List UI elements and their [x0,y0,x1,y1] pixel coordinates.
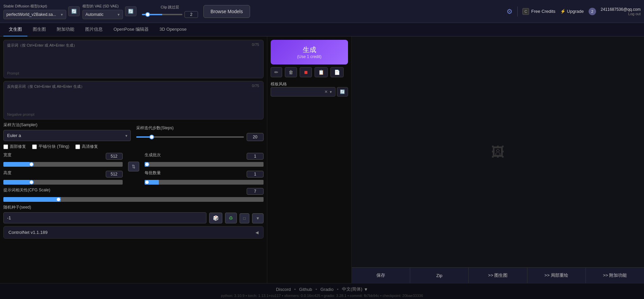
language-label: 中文(简体) [342,286,363,292]
top-right: ⚙ C Free Credits ⚡ Upgrade 2 2411687536@… [506,6,641,17]
top-bar: Stable Diffusion 模型(ckpt) perfectWorld_v… [0,0,644,23]
image-action-bar: 保存 Zip >> 图生图 >> 局部重绘 >> 附加功能 [352,267,644,283]
template-dropdown-icon[interactable]: ▼ [329,90,332,94]
edit-style-button[interactable]: ✏ [271,67,282,77]
width-value: 512 [106,153,123,160]
seed-group: 随机种子(seed) 🎲 ♻ □ ▼ [3,205,264,223]
cfg-slider[interactable] [3,197,264,202]
negative-prompt-sublabel: Negative prompt [7,112,260,116]
notification-badge[interactable]: 2 [589,8,596,15]
free-credits-button[interactable]: C Free Credits [522,8,555,15]
credit-icon: C [522,8,529,15]
footer-info: python: 3.10.9 • torch: 1.13.1+cu117 • x… [0,294,644,298]
copy-button[interactable]: 📋 [315,67,328,77]
steps-row: 20 [136,133,264,141]
seed-input-wrap [3,212,206,223]
tab-pnginfo[interactable]: 图片信息 [80,23,108,36]
steps-slider[interactable] [136,136,244,138]
inpaint-button[interactable]: >> 局部重绘 [527,268,586,283]
zip-button[interactable]: Zip [410,268,469,283]
template-select-wrap: ✕ ▼ 🔄 [271,87,348,97]
swap-dimensions-button[interactable]: ⇅ [128,162,139,171]
sampler-steps-row: 采样方法(Sampler) Euler a Euler LMS DDIM ▼ 采… [3,122,264,141]
right-panel: 生成 (Use 1 credit) ✏ 🗑 ⏹ 📋 📄 模板风格 ✕ ▼ 🔄 [267,36,351,283]
tab-3d-openpose[interactable]: 3D Openpose [154,23,192,36]
steps-value: 20 [247,133,264,141]
left-panel: 0/75 提示词（按 Ctrl+Enter 或 Alt+Enter 生成） Pr… [0,36,267,283]
sampler-label: 采样方法(Sampler) [3,122,131,128]
positive-prompt-counter: 0/75 [251,42,261,47]
discord-link[interactable]: Discord [276,287,291,292]
user-email: 2411687536@qq.com [601,7,641,12]
seed-dice-button[interactable]: 🎲 [209,213,222,223]
image-placeholder-icon: 🖼 [491,144,505,160]
batch-count-label: 生成批次 [145,152,161,158]
stop-button[interactable]: ⏹ [300,67,312,77]
generate-button[interactable]: 生成 (Use 1 credit) [271,40,348,64]
clip-section: Clip 跳过层 2 [142,5,198,18]
tabs-bar: 文生图 图生图 附加功能 图片信息 OpenPose 编辑器 3D Openpo… [0,23,644,36]
negative-prompt-input[interactable] [7,90,260,111]
controlnet-arrow-icon: ◀ [255,230,258,235]
batch-group: 生成批次 1 每批数量 1 [145,152,264,185]
divider [517,6,518,17]
positive-prompt-hint: 提示词（按 Ctrl+Enter 或 Alt+Enter 生成） [7,43,260,48]
height-slider[interactable] [3,180,123,185]
batch-size-slider[interactable] [145,180,264,185]
tab-extras[interactable]: 附加功能 [51,23,80,36]
image-canvas: 🖼 [352,36,644,267]
hires-checkbox[interactable]: 高清修复 [75,144,98,150]
to-extras-button[interactable]: >> 附加功能 [586,268,644,283]
clip-slider-wrap: 2 [142,11,198,18]
logout-button[interactable]: Log out [628,12,641,16]
seed-label: 随机种子(seed) [3,205,264,210]
tab-img2img[interactable]: 图生图 [27,23,51,36]
seed-recycle-button[interactable]: ♻ [225,213,237,223]
to-img2img-button[interactable]: >> 图生图 [469,268,527,283]
face-restore-checkbox[interactable]: 面部修复 [3,144,26,150]
sampler-select[interactable]: Euler a Euler LMS DDIM [3,130,131,141]
template-clear-icon[interactable]: ✕ [324,89,328,94]
hires-input[interactable] [75,144,80,149]
controlnet-row[interactable]: ControlNet v1.1.189 ◀ [3,226,264,239]
language-dropdown-icon: ▼ [364,287,368,292]
image-panel: 🖼 保存 Zip >> 图生图 >> 局部重绘 >> 附加功能 [351,36,644,283]
batch-count-value: 1 [247,153,264,160]
paste-button[interactable]: 📄 [330,67,344,77]
github-link[interactable]: Github [299,287,312,292]
gradio-link[interactable]: Gradio [320,287,333,292]
batch-count-slider[interactable] [145,162,264,167]
positive-prompt-input[interactable] [7,49,260,70]
browse-models-button[interactable]: Browse Models [203,5,250,18]
template-refresh-button[interactable]: 🔄 [337,87,348,97]
sampler-group: 采样方法(Sampler) Euler a Euler LMS DDIM ▼ [3,122,131,141]
clip-slider[interactable] [142,14,182,15]
seed-extra-checkbox[interactable]: □ [240,213,249,223]
tiling-checkbox[interactable]: 平铺/分块 (Tiling) [32,144,69,150]
cfg-value: 7 [247,188,264,195]
hires-label: 高清修复 [82,144,98,150]
model-select-wrap: perfectWorld_v2Baked.sa... ▼ [3,10,66,19]
vae-refresh-button[interactable]: 🔄 [125,6,137,16]
vae-select[interactable]: Automatic [82,10,123,19]
discord-icon[interactable]: ⚙ [506,7,513,16]
width-label: 宽度 [3,152,11,158]
delete-style-button[interactable]: 🗑 [285,67,297,77]
footer-links: Discord • Github • Gradio • 中文(简体) ▼ [0,286,644,292]
seed-dropdown-button[interactable]: ▼ [252,213,264,223]
controlnet-label: ControlNet v1.1.189 [8,230,48,235]
upgrade-button[interactable]: ⚡ Upgrade [560,9,584,14]
seed-input[interactable] [3,212,206,223]
tab-openpose[interactable]: OpenPose 编辑器 [108,23,154,36]
model-section: Stable Diffusion 模型(ckpt) perfectWorld_v… [3,4,80,19]
steps-label: 采样迭代步数(Steps) [136,125,264,131]
width-slider[interactable] [3,162,123,167]
batch-size-label: 每批数量 [145,170,161,176]
save-button[interactable]: 保存 [352,268,410,283]
face-restore-input[interactable] [3,144,8,149]
tiling-input[interactable] [32,144,37,149]
language-selector[interactable]: 中文(简体) ▼ [342,286,368,292]
tab-txt2img[interactable]: 文生图 [3,23,27,36]
model-select[interactable]: perfectWorld_v2Baked.sa... [3,10,66,19]
model-refresh-button[interactable]: 🔄 [68,6,80,16]
